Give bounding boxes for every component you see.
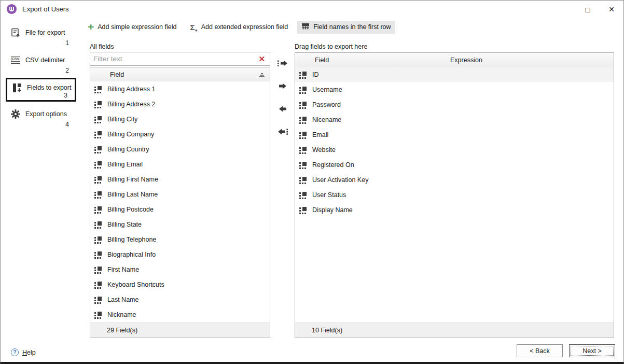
field-row[interactable]: Billing Last Name: [90, 187, 270, 202]
drag-handle-icon: [94, 221, 102, 228]
close-button[interactable]: ✕: [600, 1, 623, 18]
drag-handle-icon: [94, 146, 102, 153]
drag-handle-icon: [94, 191, 102, 198]
drag-handle-icon: [299, 131, 307, 138]
field-row[interactable]: Billing City: [90, 111, 270, 127]
export-field-row[interactable]: Password: [295, 97, 614, 112]
export-field-row[interactable]: Email: [295, 127, 614, 142]
field-row[interactable]: Billing Address 1: [90, 81, 270, 96]
table-header-icon: [301, 23, 310, 32]
all-fields-header[interactable]: Field: [90, 67, 270, 81]
drag-handle-icon: [94, 116, 102, 123]
field-label: Billing Address 1: [107, 86, 155, 93]
expression-column-header: Expression: [450, 57, 482, 64]
field-row[interactable]: Billing First Name: [90, 172, 270, 187]
export-fields-count: 10 Field(s): [312, 327, 342, 334]
drag-handle-icon: [94, 311, 102, 318]
field-row[interactable]: Billing Email: [90, 157, 270, 172]
field-label: User Activation Key: [312, 176, 368, 184]
transfer-buttons: [274, 55, 293, 147]
all-fields-list: Billing Address 1 Billing Address 2 Bill…: [90, 81, 270, 323]
filter-input[interactable]: [90, 55, 254, 63]
sidebar-step-file-for-export[interactable]: File for export 1: [6, 24, 76, 48]
field-label: Billing Country: [107, 146, 149, 153]
maximize-button[interactable]: □: [576, 1, 600, 18]
export-field-row[interactable]: ID: [295, 67, 614, 82]
field-row[interactable]: Nickname: [90, 307, 270, 322]
step-label: Fields to export: [27, 84, 71, 91]
drag-handle-icon: [299, 206, 307, 214]
drag-handle-icon: [299, 86, 307, 93]
export-fields-list: ID Username Password Nicename Email Webs…: [295, 67, 614, 323]
app-logo-icon: [7, 4, 17, 14]
field-row[interactable]: Keyboard Shortcuts: [90, 277, 270, 292]
clear-filter-icon[interactable]: ✕: [254, 55, 270, 63]
field-row[interactable]: Billing State: [90, 217, 270, 232]
field-label: Website: [312, 146, 336, 153]
move-left-button[interactable]: [274, 101, 292, 117]
field-row[interactable]: Last Name: [90, 292, 270, 307]
export-field-row[interactable]: User Status: [295, 187, 614, 202]
drag-handle-icon: [94, 251, 102, 258]
field-row[interactable]: Billing Company: [90, 127, 270, 142]
step-number: 2: [65, 67, 69, 74]
drag-handle-icon: [299, 161, 307, 169]
all-fields-footer: 29 Field(s): [90, 323, 270, 338]
step-number: 4: [65, 121, 69, 128]
field-label: Billing Telephone: [107, 236, 156, 243]
back-button[interactable]: < Back: [517, 344, 563, 357]
field-row[interactable]: Billing Telephone: [90, 232, 270, 247]
field-row[interactable]: Billing Postcode: [90, 202, 270, 217]
titlebar: Export of Users: [1, 1, 623, 17]
sidebar-step-csv-delimiter[interactable]: CSV CSV delimiter 2: [6, 51, 76, 75]
drag-handle-icon: [299, 71, 307, 78]
field-row[interactable]: Billing Address 2: [90, 96, 270, 111]
field-label: Keyboard Shortcuts: [107, 281, 164, 288]
gear-icon: [10, 109, 21, 119]
add-extended-expression-button[interactable]: Σ+ Add extended expression field: [186, 21, 292, 34]
file-export-icon: [10, 27, 21, 38]
export-field-row[interactable]: Registered On: [295, 157, 614, 172]
export-field-row[interactable]: Username: [295, 82, 614, 97]
sidebar-step-export-options[interactable]: Export options 4: [6, 105, 76, 129]
export-field-row[interactable]: Display Name: [295, 202, 614, 217]
move-all-left-button[interactable]: [274, 124, 292, 139]
step-label: CSV delimiter: [25, 57, 65, 64]
sort-icon: [259, 72, 265, 79]
sidebar-step-fields-to-export[interactable]: Fields to export 3: [6, 78, 76, 102]
field-label: Username: [312, 86, 342, 93]
drag-handle-icon: [94, 161, 102, 168]
all-fields-count: 29 Field(s): [107, 327, 137, 334]
field-label: Last Name: [107, 296, 138, 303]
field-label: Nickname: [107, 311, 136, 318]
field-label: Password: [312, 101, 341, 108]
drag-handle-icon: [94, 266, 102, 273]
move-all-right-button[interactable]: [274, 55, 292, 71]
field-row[interactable]: First Name: [90, 262, 270, 277]
export-field-row[interactable]: Nicename: [295, 112, 614, 127]
add-simple-expression-button[interactable]: + Add simple expression field: [84, 21, 181, 33]
drag-handle-icon: [94, 206, 102, 213]
export-field-row[interactable]: User Activation Key: [295, 172, 614, 187]
field-label: Billing Address 2: [107, 101, 155, 108]
field-column-header: Field: [315, 57, 329, 64]
drag-handle-icon: [299, 176, 307, 184]
field-label: First Name: [107, 266, 139, 273]
field-names-first-row-toggle[interactable]: Field names in the first row: [297, 21, 395, 34]
drag-handle-icon: [94, 296, 102, 303]
field-row[interactable]: Biographical Info: [90, 247, 270, 262]
next-button[interactable]: Next >: [569, 344, 615, 357]
field-label: Billing Company: [107, 131, 154, 138]
field-label: Nicename: [312, 116, 341, 123]
export-fields-header[interactable]: Field Expression: [295, 53, 614, 67]
export-field-row[interactable]: Website: [295, 142, 614, 157]
drag-handle-icon: [94, 131, 102, 138]
window-title: Export of Users: [22, 5, 69, 13]
help-label: Help: [22, 349, 36, 356]
step-label: File for export: [25, 29, 65, 36]
drag-handle-icon: [299, 101, 307, 108]
drag-handle-icon: [94, 176, 102, 183]
field-row[interactable]: Billing Country: [90, 142, 270, 157]
help-link[interactable]: ? Help: [11, 348, 36, 356]
move-right-button[interactable]: [274, 78, 292, 94]
